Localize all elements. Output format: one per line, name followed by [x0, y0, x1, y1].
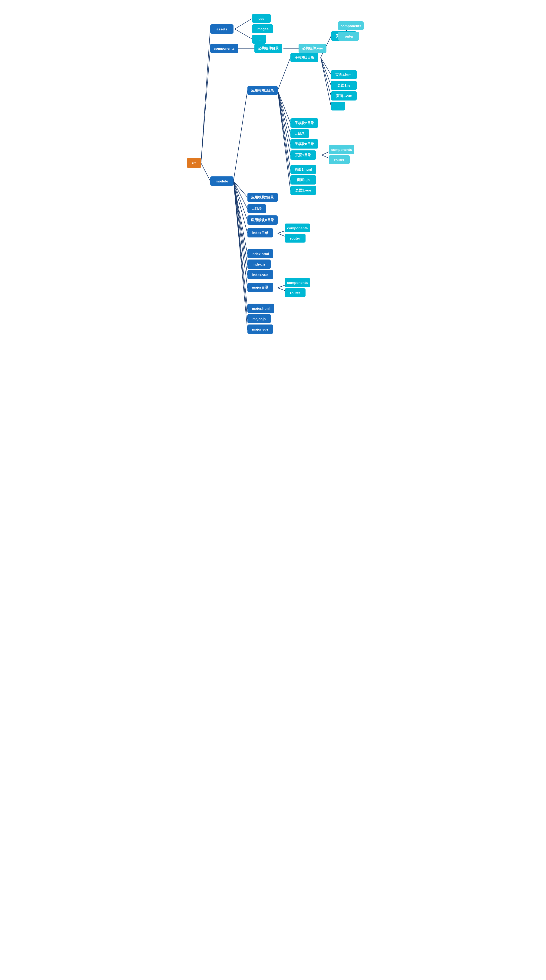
page1-dir-m-router-node: router [329, 155, 350, 164]
major-dir-comp-node: components [285, 278, 310, 287]
page1-js-1-node: 页面1.js [331, 81, 357, 90]
app-modulen-node: 应用模块n目录 [247, 215, 278, 225]
assets-etc-node: ... [252, 35, 266, 44]
page1-dir-m-node: 页面1目录 [291, 150, 316, 160]
submodulen-label: 子模块n目录 [295, 142, 314, 146]
major-html-node: major.html [247, 304, 274, 313]
svg-line-25 [278, 91, 291, 169]
etc-dir-node: ...目录 [291, 129, 309, 138]
major-dir-comp-label: components [287, 281, 308, 285]
page1-dir-m-router-label: router [334, 158, 344, 162]
svg-line-9 [233, 181, 247, 197]
svg-line-24 [278, 91, 291, 155]
submodule1-etc-label: ... [337, 104, 340, 108]
major-dir-router-label: router [290, 291, 300, 295]
app-module2-node: 应用模块2目录 [247, 192, 278, 202]
svg-line-19 [233, 181, 247, 329]
assets-node: assets [210, 24, 233, 33]
index-html-label: index.html [251, 252, 269, 256]
page1-dir-m-comp-label: components [331, 148, 352, 151]
svg-line-22 [278, 91, 291, 134]
page1-js-1-label: 页面1.js [337, 83, 350, 88]
major-vue-node: major.vue [247, 325, 273, 334]
major-js-node: major.js [247, 314, 271, 323]
page1-dir-1-comp-label: components [340, 24, 361, 28]
svg-line-31 [321, 57, 331, 96]
page1-html-m-node: 页面1.html [291, 165, 316, 174]
index-dir-comp-label: components [287, 226, 308, 230]
major-vue-label: major.vue [252, 327, 268, 331]
major-js-label: major.js [252, 317, 266, 321]
major-dir-node: major目录 [247, 283, 273, 292]
svg-line-20 [278, 57, 291, 91]
public-dir-label: 公共组件目录 [258, 46, 279, 51]
svg-line-23 [278, 91, 291, 144]
connector-lines [180, 0, 366, 418]
index-dir-node: index目录 [247, 228, 273, 237]
index-dir-comp-node: components [285, 224, 310, 232]
public-vue-label: 公共组件.vue [302, 46, 323, 51]
diagram-container: src assets css images ... components 公共组… [180, 0, 366, 418]
images-label: images [257, 27, 268, 31]
components-root-label: components [214, 46, 235, 50]
module-etc-node: ...目录 [247, 204, 266, 213]
page1-js-m-node: 页面1.js [291, 175, 316, 185]
module-etc-label: ...目录 [252, 207, 262, 211]
images-node: images [252, 24, 273, 33]
svg-line-8 [233, 91, 247, 181]
module-node: module [210, 177, 233, 186]
page1-vue-1-label: 页面1.vue [336, 94, 352, 98]
svg-line-5 [235, 29, 252, 39]
submodule1-etc-node: ... [331, 102, 345, 110]
page1-html-1-node: 页面1.html [331, 70, 357, 80]
css-label: css [259, 16, 264, 21]
page1-dir-1-router-label: router [343, 34, 353, 38]
etc-dir-label: ...目录 [295, 131, 305, 136]
index-js-node: index.js [247, 259, 271, 269]
assets-label: assets [217, 27, 227, 31]
index-dir-router-label: router [290, 236, 300, 240]
app-module1-label: 应用模块1目录 [251, 88, 274, 93]
app-modulen-label: 应用模块n目录 [251, 218, 274, 223]
page1-vue-m-node: 页面1.vue [291, 186, 316, 195]
svg-line-3 [235, 19, 252, 29]
page1-dir-m-comp-node: components [329, 145, 354, 154]
svg-line-21 [278, 91, 291, 123]
page1-html-m-label: 页面1.html [295, 167, 312, 172]
svg-line-16 [233, 181, 247, 288]
svg-line-11 [233, 181, 247, 221]
svg-line-15 [233, 181, 247, 275]
index-vue-node: index.vue [247, 270, 273, 279]
assets-etc-label: ... [258, 37, 261, 41]
svg-line-12 [233, 181, 247, 233]
svg-line-26 [278, 91, 291, 180]
svg-line-2 [201, 163, 210, 181]
index-js-label: index.js [252, 262, 265, 266]
page1-dir-1-comp-node: components [338, 21, 364, 30]
major-dir-label: major目录 [252, 285, 268, 290]
index-dir-label: index目录 [252, 231, 268, 235]
components-root-node: components [210, 44, 238, 53]
submodule1-label: 子模块1目录 [295, 56, 314, 60]
page1-vue-m-label: 页面1.vue [295, 188, 311, 192]
submodule1-node: 子模块1目录 [291, 53, 318, 62]
page1-html-1-label: 页面1.html [335, 73, 353, 77]
svg-line-0 [201, 29, 210, 163]
page1-js-m-label: 页面1.js [297, 178, 310, 182]
svg-line-1 [201, 48, 210, 163]
svg-line-10 [233, 181, 247, 209]
svg-line-14 [233, 181, 247, 265]
svg-line-29 [321, 57, 331, 75]
svg-line-13 [233, 181, 247, 254]
page1-dir-m-label: 页面1目录 [295, 153, 311, 158]
module-label: module [216, 179, 228, 183]
src-node: src [187, 158, 201, 168]
svg-line-18 [233, 181, 247, 319]
app-module1-node: 应用模块1目录 [247, 86, 278, 95]
src-label: src [192, 161, 197, 165]
submodule2-label: 子模块2目录 [295, 121, 314, 125]
svg-line-32 [321, 57, 331, 106]
index-vue-label: index.vue [252, 273, 268, 277]
index-html-node: index.html [247, 249, 273, 258]
css-node: css [252, 14, 271, 23]
